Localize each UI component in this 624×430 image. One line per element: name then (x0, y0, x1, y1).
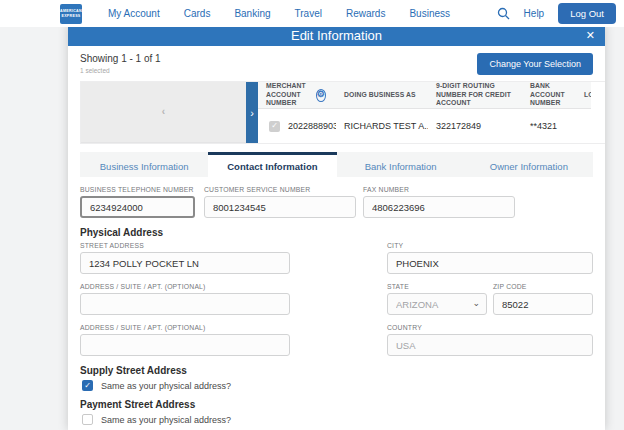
street-address-input[interactable] (80, 252, 290, 274)
nav-item-banking[interactable]: Banking (234, 8, 270, 19)
payment-same-address-checkbox[interactable] (82, 414, 93, 425)
table-row-bank-cell: **4321 (522, 109, 576, 143)
change-your-selection-button[interactable]: Change Your Selection (477, 53, 593, 75)
top-navigation: AMERICAN EXPRESS My Account Cards Bankin… (0, 0, 624, 27)
nav-item-cards[interactable]: Cards (184, 8, 211, 19)
supply-same-address-label: Same as your physical address? (101, 381, 231, 391)
tab-contact-information[interactable]: Contact Information (208, 152, 336, 177)
payment-same-address-label: Same as your physical address? (101, 415, 231, 425)
city-input[interactable] (387, 252, 593, 274)
table-row-routing-cell: 322172849 (428, 109, 522, 143)
address-suite-apt-2-input[interactable] (80, 334, 290, 356)
merchant-account-number: 2022888903 (288, 121, 336, 131)
tab-bank-information[interactable]: Bank Information (337, 152, 465, 177)
tab-business-information[interactable]: Business Information (80, 152, 208, 177)
fax-number-input[interactable] (363, 196, 515, 218)
address-suite-apt-input[interactable] (80, 293, 290, 315)
showing-count: Showing 1 - 1 of 1 (80, 53, 161, 64)
physical-address-heading: Physical Address (80, 227, 593, 238)
nav-item-rewards[interactable]: Rewards (346, 8, 385, 19)
collapse-column-handle[interactable]: ‹ (81, 82, 246, 143)
country-input[interactable] (387, 334, 593, 356)
street-address-label: STREET ADDRESS (80, 242, 290, 249)
payment-street-address-heading: Payment Street Address (80, 399, 593, 410)
merchant-col-label: MERCHANT ACCOUNT NUMBER (266, 82, 316, 107)
merchant-table: MERCHANT ACCOUNT NUMBER ⚙ ‹ DOING BUSINE… (80, 81, 605, 144)
close-icon[interactable]: ✕ (586, 24, 595, 46)
tab-bar: Business Information Contact Information… (80, 152, 593, 177)
gear-icon[interactable]: ⚙ (316, 89, 326, 102)
search-icon[interactable] (497, 7, 510, 20)
selected-count: 1 selected (80, 67, 161, 74)
supply-same-address-checkbox[interactable]: ✓ (82, 380, 93, 391)
chevron-right-icon: › (250, 107, 254, 119)
fax-number-label: FAX NUMBER (363, 186, 515, 193)
state-label: STATE (387, 283, 487, 290)
address-suite-apt-2-label: ADDRESS / SUITE / APT. (OPTIONAL) (80, 324, 290, 331)
row-checkbox[interactable]: ✓ (269, 121, 280, 132)
chevron-left-icon: ‹ (162, 106, 165, 119)
nav-item-business[interactable]: Business (409, 8, 450, 19)
modal-header: Edit Information ✕ (68, 24, 605, 46)
customer-service-input[interactable] (204, 196, 356, 218)
column-header-doing-business-as: DOING BUSINESS AS (336, 82, 428, 109)
edit-information-modal: Edit Information ✕ Showing 1 - 1 of 1 1 … (68, 24, 605, 430)
logout-button[interactable]: Log Out (558, 3, 616, 24)
zip-code-label: ZIP CODE (493, 283, 593, 290)
city-label: CITY (387, 242, 593, 249)
address-suite-apt-label: ADDRESS / SUITE / APT. (OPTIONAL) (80, 283, 290, 290)
nav-item-travel[interactable]: Travel (295, 8, 322, 19)
column-header-routing-number: 9-DIGIT ROUTING NUMBER FOR CREDIT ACCOUN… (428, 82, 522, 109)
tab-owner-information[interactable]: Owner Information (465, 152, 593, 177)
amex-logo-text2: EXPRESS (61, 14, 80, 18)
scroll-right-button[interactable]: › (246, 82, 258, 143)
zip-code-input[interactable] (493, 293, 593, 315)
table-row-location-cell (576, 109, 591, 143)
column-header-location: LOCATION (576, 82, 591, 109)
help-link[interactable]: Help (524, 8, 545, 19)
customer-service-label: CUSTOMER SERVICE NUMBER (204, 186, 356, 193)
supply-street-address-heading: Supply Street Address (80, 365, 593, 376)
modal-title: Edit Information (291, 28, 382, 43)
business-phone-input[interactable] (80, 196, 195, 218)
column-header-merchant-account: MERCHANT ACCOUNT NUMBER ⚙ (258, 82, 336, 109)
table-row-merchant-cell: ✓ 2022888903 (258, 109, 336, 143)
state-select[interactable] (387, 293, 487, 315)
nav-item-my-account[interactable]: My Account (108, 8, 160, 19)
table-row-dba-cell: RICHARDS TEST A... (336, 109, 428, 143)
country-label: COUNTRY (387, 324, 593, 331)
business-phone-label: BUSINESS TELEPHONE NUMBER (80, 186, 195, 193)
amex-logo[interactable]: AMERICAN EXPRESS (60, 4, 82, 24)
column-header-bank-account: BANK ACCOUNT NUMBER (522, 82, 576, 109)
